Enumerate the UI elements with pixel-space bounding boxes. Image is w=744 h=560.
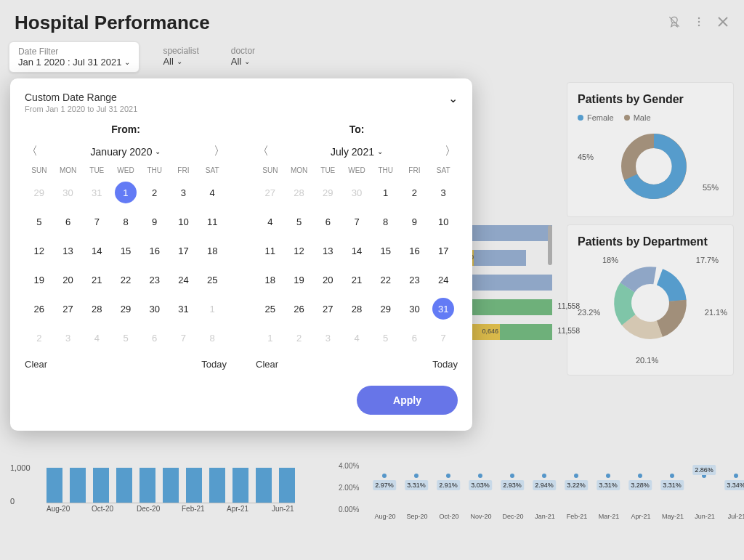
calendar-day[interactable]: 8	[198, 325, 227, 350]
calendar-day[interactable]: 25	[198, 267, 227, 292]
calendar-day[interactable]: 11	[256, 238, 285, 263]
next-month-to[interactable]: 〉	[443, 144, 458, 159]
calendar-day[interactable]: 16	[400, 238, 429, 263]
calendar-day[interactable]: 24	[429, 267, 458, 292]
calendar-day[interactable]: 6	[140, 325, 169, 350]
calendar-day[interactable]: 18	[198, 238, 227, 263]
calendar-day[interactable]: 13	[313, 238, 342, 263]
calendar-day[interactable]: 2	[400, 180, 429, 205]
calendar-day[interactable]: 7	[169, 325, 198, 350]
calendar-day[interactable]: 29	[25, 180, 54, 205]
calendar-day[interactable]: 21	[82, 267, 111, 292]
calendar-day[interactable]: 12	[25, 238, 54, 263]
calendar-day[interactable]: 6	[313, 209, 342, 234]
next-month-from[interactable]: 〉	[212, 144, 227, 159]
month-from[interactable]: January 2020	[91, 146, 153, 158]
calendar-day[interactable]: 19	[285, 267, 314, 292]
calendar-day[interactable]: 15	[371, 238, 400, 263]
calendar-day[interactable]: 29	[313, 180, 342, 205]
calendar-day[interactable]: 2	[25, 325, 54, 350]
doctor-filter[interactable]: doctor All⌄	[222, 41, 264, 73]
date-filter[interactable]: Date Filter Jan 1 2020 : Jul 31 2021⌄	[9, 41, 140, 73]
calendar-day[interactable]: 2	[140, 180, 169, 205]
apply-button[interactable]: Apply	[357, 386, 458, 415]
calendar-day[interactable]: 7	[82, 209, 111, 234]
calendar-day[interactable]: 6	[400, 325, 429, 350]
calendar-day[interactable]: 7	[342, 209, 371, 234]
calendar-day[interactable]: 8	[111, 209, 140, 234]
calendar-day[interactable]: 9	[400, 209, 429, 234]
calendar-day[interactable]: 5	[111, 325, 140, 350]
calendar-day[interactable]: 30	[400, 296, 429, 321]
prev-month-to[interactable]: 〈	[256, 144, 270, 159]
clear-to[interactable]: Clear	[256, 359, 278, 370]
calendar-day[interactable]: 1	[198, 296, 227, 321]
calendar-day[interactable]: 4	[342, 325, 371, 350]
specialist-filter[interactable]: specialist All⌄	[154, 41, 207, 73]
calendar-day[interactable]: 29	[371, 296, 400, 321]
calendar-day[interactable]: 27	[313, 296, 342, 321]
calendar-day[interactable]: 19	[25, 267, 54, 292]
today-to[interactable]: Today	[432, 359, 458, 370]
calendar-day[interactable]: 3	[313, 325, 342, 350]
calendar-day[interactable]: 27	[54, 296, 83, 321]
calendar-day[interactable]: 3	[169, 180, 198, 205]
chevron-down-icon[interactable]: ⌄	[448, 92, 458, 105]
calendar-day[interactable]: 3	[429, 180, 458, 205]
calendar-day[interactable]: 22	[111, 267, 140, 292]
calendar-day[interactable]: 11	[198, 209, 227, 234]
calendar-day[interactable]: 4	[82, 325, 111, 350]
calendar-day[interactable]: 2	[285, 325, 314, 350]
calendar-day[interactable]: 4	[256, 209, 285, 234]
calendar-day[interactable]: 25	[256, 296, 285, 321]
month-to[interactable]: July 2021	[331, 146, 374, 158]
more-icon[interactable]	[693, 16, 705, 31]
ribbon-icon[interactable]	[667, 15, 682, 32]
calendar-day[interactable]: 10	[169, 209, 198, 234]
calendar-day[interactable]: 7	[429, 325, 458, 350]
calendar-day[interactable]: 14	[342, 238, 371, 263]
calendar-day[interactable]: 17	[169, 238, 198, 263]
calendar-day[interactable]: 18	[256, 267, 285, 292]
close-icon[interactable]	[716, 15, 729, 31]
calendar-day[interactable]: 23	[140, 267, 169, 292]
scroll-thumb[interactable]	[548, 225, 552, 265]
calendar-day[interactable]: 13	[54, 238, 83, 263]
calendar-day[interactable]: 1	[256, 325, 285, 350]
prev-month-from[interactable]: 〈	[25, 144, 39, 159]
calendar-day[interactable]: 6	[54, 209, 83, 234]
calendar-day[interactable]: 31	[169, 296, 198, 321]
calendar-day[interactable]: 28	[342, 296, 371, 321]
calendar-day[interactable]: 17	[429, 238, 458, 263]
calendar-day[interactable]: 5	[371, 325, 400, 350]
calendar-day[interactable]: 14	[82, 238, 111, 263]
calendar-day[interactable]: 31	[432, 298, 454, 320]
clear-from[interactable]: Clear	[25, 359, 47, 370]
calendar-day[interactable]: 28	[285, 180, 314, 205]
calendar-day[interactable]: 20	[54, 267, 83, 292]
calendar-day[interactable]: 15	[111, 238, 140, 263]
calendar-day[interactable]: 1	[371, 180, 400, 205]
calendar-day[interactable]: 28	[82, 296, 111, 321]
calendar-day[interactable]: 8	[371, 209, 400, 234]
calendar-day[interactable]: 4	[198, 180, 227, 205]
calendar-day[interactable]: 30	[342, 180, 371, 205]
calendar-day[interactable]: 31	[82, 180, 111, 205]
calendar-day[interactable]: 29	[111, 296, 140, 321]
calendar-day[interactable]: 3	[54, 325, 83, 350]
calendar-day[interactable]: 16	[140, 238, 169, 263]
calendar-day[interactable]: 30	[140, 296, 169, 321]
calendar-day[interactable]: 12	[285, 238, 314, 263]
calendar-day[interactable]: 5	[25, 209, 54, 234]
calendar-day[interactable]: 21	[342, 267, 371, 292]
calendar-day[interactable]: 26	[285, 296, 314, 321]
calendar-day[interactable]: 5	[285, 209, 314, 234]
today-from[interactable]: Today	[201, 359, 227, 370]
calendar-day[interactable]: 27	[256, 180, 285, 205]
calendar-day[interactable]: 23	[400, 267, 429, 292]
calendar-day[interactable]: 22	[371, 267, 400, 292]
calendar-day[interactable]: 10	[429, 209, 458, 234]
calendar-day[interactable]: 9	[140, 209, 169, 234]
calendar-day[interactable]: 20	[313, 267, 342, 292]
calendar-day[interactable]: 24	[169, 267, 198, 292]
